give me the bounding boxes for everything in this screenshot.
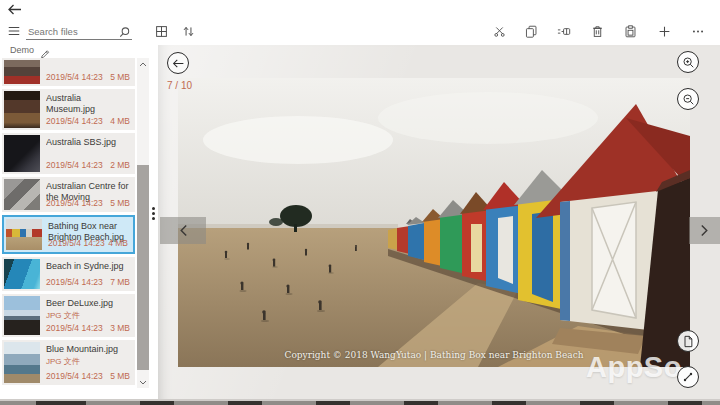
- list-scrollbar[interactable]: [137, 58, 149, 388]
- document-icon: [682, 335, 694, 348]
- photo-counter: 7 / 10: [167, 80, 192, 91]
- zoom-in-icon: [682, 56, 695, 69]
- list-item[interactable]: Beer DeLuxe.jpg JPG 文件 2019/5/4 14:233 M…: [2, 294, 135, 337]
- next-photo-button[interactable]: [689, 217, 720, 244]
- search-input[interactable]: [26, 24, 132, 42]
- plus-icon: [658, 25, 671, 38]
- file-thumbnail: [4, 259, 40, 289]
- file-size: 5 MB: [110, 198, 130, 208]
- list-item[interactable]: Australia Museum.jpg 2019/5/4 14:234 MB: [2, 89, 135, 130]
- photo-caption: Copyright © 2018 WangYutao | Bathing Box…: [178, 350, 690, 360]
- file-date: 2019/5/4 14:23: [46, 160, 103, 170]
- copy-button[interactable]: [520, 20, 542, 42]
- file-date: 2019/5/4 14:23: [48, 238, 105, 248]
- file-thumbnail: [4, 91, 40, 128]
- chevron-left-icon: [179, 224, 188, 237]
- file-size: 2 MB: [110, 160, 130, 170]
- search-icon[interactable]: [119, 24, 131, 42]
- scroll-up-icon[interactable]: [137, 58, 149, 70]
- hamburger-icon: [7, 24, 21, 38]
- file-name: Blue Mountain.jpg: [46, 344, 131, 355]
- file-thumbnail: [4, 296, 40, 335]
- paste-button[interactable]: [619, 20, 641, 42]
- list-item[interactable]: Beach in Sydne.jpg 2019/5/4 14:237 MB: [2, 257, 135, 291]
- taskbar-edge: [0, 401, 720, 405]
- delete-button[interactable]: [586, 20, 608, 42]
- viewer-back-button[interactable]: [167, 52, 189, 74]
- file-type: JPG 文件: [46, 356, 131, 367]
- file-date: 2019/5/4 14:23: [46, 323, 103, 333]
- file-name: Beach in Sydne.jpg: [46, 261, 131, 272]
- copy-image-button[interactable]: [677, 330, 699, 352]
- list-item[interactable]: Blue Mountain.jpg JPG 文件 2019/5/4 14:235…: [2, 340, 135, 385]
- viewer-pane: Copyright © 2018 WangYutao | Bathing Box…: [158, 45, 720, 401]
- chevron-right-icon: [700, 224, 709, 237]
- list-item[interactable]: Australian Centre for the Moving Image.j…: [2, 177, 135, 212]
- file-thumbnail: [4, 135, 40, 172]
- file-size: 3 MB: [110, 323, 130, 333]
- ellipsis-icon: [691, 25, 705, 38]
- sort-arrows-icon: [182, 25, 195, 38]
- collection-row: Demo: [0, 45, 158, 58]
- grid-view-button[interactable]: [150, 20, 172, 42]
- file-date: 2019/5/4 14:23: [46, 72, 103, 82]
- toolbar: [0, 18, 720, 45]
- resize-button[interactable]: [677, 366, 699, 388]
- file-name: Australia Museum.jpg: [46, 93, 131, 114]
- file-size: 7 MB: [110, 277, 130, 287]
- list-item[interactable]: 2019/5/4 14:235 MB: [2, 58, 135, 86]
- previous-photo-button[interactable]: [160, 217, 206, 244]
- file-thumbnail: [4, 342, 40, 383]
- file-date: 2019/5/4 14:23: [46, 198, 103, 208]
- file-date: 2019/5/4 14:23: [46, 277, 103, 287]
- file-list: 2019/5/4 14:235 MB Australia Museum.jpg …: [0, 58, 150, 401]
- scroll-down-icon[interactable]: [137, 376, 149, 388]
- search-box: [26, 21, 132, 40]
- titlebar: [0, 0, 720, 18]
- list-item-selected[interactable]: Bathing Box near Brighton Beach.jpg 2019…: [2, 215, 135, 254]
- file-size: 4 MB: [108, 238, 128, 248]
- zoom-out-button[interactable]: [677, 88, 699, 110]
- photo-display: Copyright © 2018 WangYutao | Bathing Box…: [178, 78, 690, 367]
- collection-name: Demo: [10, 45, 34, 55]
- paste-icon: [624, 25, 637, 38]
- window-back-icon[interactable]: [7, 2, 25, 16]
- copy-icon: [525, 25, 538, 38]
- file-size: 5 MB: [110, 371, 130, 381]
- back-arrow-icon: [172, 58, 185, 69]
- more-button[interactable]: [687, 20, 709, 42]
- sort-button[interactable]: [177, 20, 199, 42]
- file-size: 4 MB: [110, 116, 130, 126]
- file-name: Beer DeLuxe.jpg: [46, 298, 131, 309]
- file-date: 2019/5/4 14:23: [46, 116, 103, 126]
- list-item[interactable]: Australia SBS.jpg 2019/5/4 14:232 MB: [2, 133, 135, 174]
- beach-photo: [178, 78, 690, 367]
- file-name: Australia SBS.jpg: [46, 137, 131, 148]
- add-button[interactable]: [653, 20, 675, 42]
- photo-manager-window: Demo 2019/5/4 14:235 MB Australia Museum…: [0, 0, 720, 405]
- file-thumbnail: [6, 219, 42, 250]
- rename-icon: [557, 25, 571, 38]
- trash-icon: [591, 25, 604, 38]
- zoom-in-button[interactable]: [677, 51, 699, 73]
- cut-button[interactable]: [488, 20, 510, 42]
- file-thumbnail: [4, 179, 40, 210]
- scrollbar-thumb[interactable]: [137, 165, 149, 370]
- pane-splitter[interactable]: [150, 58, 158, 401]
- file-size: 5 MB: [110, 72, 130, 82]
- scissors-icon: [493, 25, 506, 38]
- file-type: JPG 文件: [46, 310, 131, 321]
- zoom-out-icon: [682, 93, 695, 106]
- grid-icon: [155, 25, 168, 38]
- rename-button[interactable]: [553, 20, 575, 42]
- menu-button[interactable]: [3, 20, 25, 42]
- pencil-icon: [40, 47, 51, 58]
- resize-diagonal-icon: [682, 371, 694, 383]
- file-date: 2019/5/4 14:23: [46, 371, 103, 381]
- file-thumbnail: [4, 60, 40, 84]
